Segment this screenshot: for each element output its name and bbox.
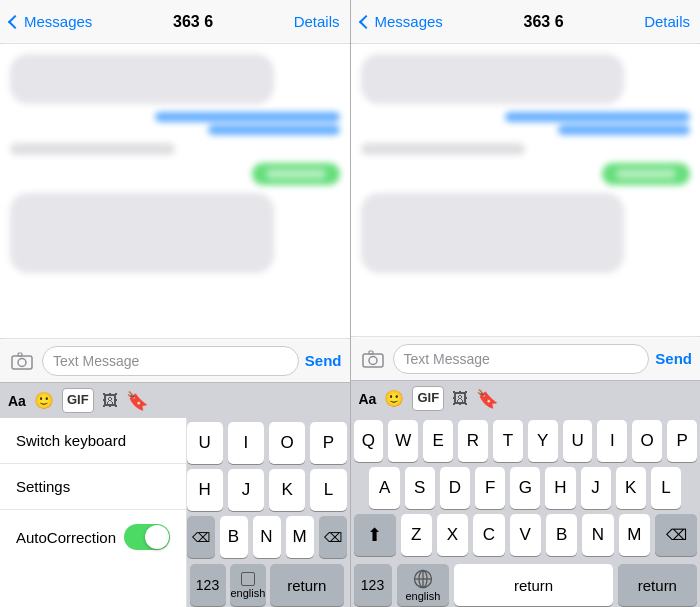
key-Y[interactable]: Y (528, 420, 558, 462)
context-menu-item-autocorrection[interactable]: AutoCorrection (0, 510, 186, 564)
right-lang-key[interactable]: english (397, 564, 450, 606)
key-U[interactable]: U (187, 422, 223, 464)
key-D[interactable]: D (440, 467, 470, 509)
right-return-label: return (638, 577, 677, 594)
key-P2[interactable]: P (667, 420, 697, 462)
key-K2[interactable]: K (616, 467, 646, 509)
right-space-key[interactable]: return (454, 564, 612, 606)
left-lang-key[interactable]: english (230, 564, 267, 606)
key-J[interactable]: J (228, 469, 264, 511)
left-toolbar: Aa 🙂 GIF 🖼 🔖 (0, 382, 350, 418)
left-lang-square-icon (241, 572, 255, 586)
key-J2[interactable]: J (581, 467, 611, 509)
key-O[interactable]: O (269, 422, 305, 464)
left-gif-button[interactable]: GIF (62, 388, 94, 412)
key-M[interactable]: M (286, 516, 314, 558)
key-A[interactable]: A (369, 467, 399, 509)
right-gif-button[interactable]: GIF (412, 386, 444, 410)
switch-keyboard-label: Switch keyboard (16, 432, 126, 449)
right-delete-key[interactable]: ⌫ (655, 514, 697, 556)
left-camera-icon[interactable] (8, 347, 36, 375)
key-H[interactable]: H (187, 469, 223, 511)
context-menu: Switch keyboard Settings AutoCorrection (0, 418, 187, 607)
right-panel: Messages 363 6 Details (351, 0, 701, 607)
key-C[interactable]: C (473, 514, 504, 556)
left-message-area (0, 44, 350, 338)
right-lang-label: english (405, 590, 440, 602)
key-P[interactable]: P (310, 422, 346, 464)
right-detail-button[interactable]: Details (644, 13, 690, 30)
right-nav-bar: Messages 363 6 Details (351, 0, 701, 44)
right-input-placeholder: Text Message (404, 351, 490, 367)
key-V[interactable]: V (510, 514, 541, 556)
left-return-key[interactable]: return (270, 564, 343, 606)
autocorrection-toggle[interactable] (124, 524, 170, 550)
key-delete-right[interactable]: ⌫ (319, 516, 347, 558)
right-key-rows: Q W E R T Y U I O P A S D F G H J K (351, 416, 701, 563)
right-camera-icon[interactable] (359, 345, 387, 373)
right-num-label: 123 (361, 577, 384, 593)
key-B2[interactable]: B (546, 514, 577, 556)
right-image-icon[interactable]: 🖼 (452, 390, 468, 408)
left-return-label: return (287, 577, 326, 594)
key-delete-left[interactable]: ⌫ (187, 516, 215, 558)
left-detail-button[interactable]: Details (294, 13, 340, 30)
key-T[interactable]: T (493, 420, 523, 462)
key-I[interactable]: I (228, 422, 264, 464)
settings-label: Settings (16, 478, 70, 495)
right-bottom-bar: 123 english return return (351, 563, 701, 607)
right-return-key[interactable]: return (618, 564, 697, 606)
right-nav-title: 363 6 (523, 13, 563, 31)
key-U2[interactable]: U (563, 420, 593, 462)
key-I2[interactable]: I (597, 420, 627, 462)
left-send-button[interactable]: Send (305, 352, 342, 369)
toggle-thumb (145, 525, 169, 549)
key-W[interactable]: W (388, 420, 418, 462)
right-back-label: Messages (375, 13, 443, 30)
left-key-row-1: U I O P (187, 422, 347, 464)
key-M2[interactable]: M (619, 514, 650, 556)
context-menu-item-settings[interactable]: Settings (0, 464, 186, 510)
key-K[interactable]: K (269, 469, 305, 511)
left-text-input[interactable]: Text Message (42, 346, 299, 376)
right-back-button[interactable]: Messages (361, 13, 443, 30)
key-G[interactable]: G (510, 467, 540, 509)
left-partial-keyboard: U I O P H J K L ⌫ B N M ⌫ (187, 418, 350, 607)
key-Q[interactable]: Q (354, 420, 384, 462)
key-X[interactable]: X (437, 514, 468, 556)
key-R[interactable]: R (458, 420, 488, 462)
key-N2[interactable]: N (582, 514, 613, 556)
right-emoji-icon[interactable]: 🙂 (384, 389, 404, 408)
left-aa-button[interactable]: Aa (8, 393, 26, 409)
right-aa-button[interactable]: Aa (359, 391, 377, 407)
left-image-icon[interactable]: 🖼 (102, 392, 118, 410)
right-send-button[interactable]: Send (655, 350, 692, 367)
right-key-row-3: ⬆ Z X C V B N M ⌫ (354, 514, 698, 556)
left-keyboard-area: Switch keyboard Settings AutoCorrection … (0, 418, 350, 607)
left-emoji-icon[interactable]: 🙂 (34, 391, 54, 410)
key-L2[interactable]: L (651, 467, 681, 509)
key-H2[interactable]: H (545, 467, 575, 509)
left-num-key[interactable]: 123 (190, 564, 226, 606)
key-E[interactable]: E (423, 420, 453, 462)
key-N[interactable]: N (253, 516, 281, 558)
right-text-input[interactable]: Text Message (393, 344, 650, 374)
context-menu-item-switch-keyboard[interactable]: Switch keyboard (0, 418, 186, 464)
left-panel: Messages 363 6 Details (0, 0, 350, 607)
right-info-icon[interactable]: 🔖 (476, 388, 498, 410)
key-L[interactable]: L (310, 469, 346, 511)
key-Z[interactable]: Z (401, 514, 432, 556)
right-space-label: return (514, 577, 553, 594)
left-back-button[interactable]: Messages (10, 13, 92, 30)
key-B[interactable]: B (220, 516, 248, 558)
autocorrection-label: AutoCorrection (16, 529, 116, 546)
key-S[interactable]: S (405, 467, 435, 509)
right-shift-key[interactable]: ⬆ (354, 514, 396, 556)
right-back-chevron-icon (358, 14, 372, 28)
left-info-icon[interactable]: 🔖 (126, 390, 148, 412)
key-O2[interactable]: O (632, 420, 662, 462)
right-num-key[interactable]: 123 (354, 564, 392, 606)
right-message-area (351, 44, 701, 336)
key-F[interactable]: F (475, 467, 505, 509)
right-key-row-2: A S D F G H J K L (354, 467, 698, 509)
